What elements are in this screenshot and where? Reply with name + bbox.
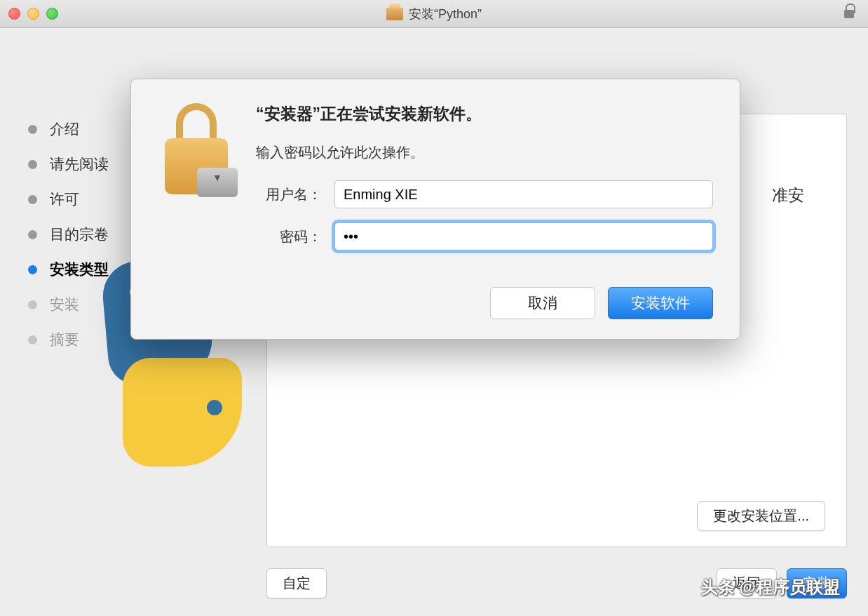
dialog-heading: “安装器”正在尝试安装新软件。 [256,103,713,125]
dialog-backdrop: “安装器”正在尝试安装新软件。 输入密码以允许此次操作。 用户名： 密码： 取消… [0,28,868,616]
window-title-text: 安装“Python” [409,6,482,22]
step-label: 安装类型 [50,260,109,279]
step-label: 目的宗卷 [50,225,109,244]
install-software-button[interactable]: 安装软件 [608,287,713,319]
step-label: 摘要 [50,330,79,349]
step-label: 许可 [50,189,79,209]
title-bar: 安装“Python” [0,0,868,28]
username-label: 用户名： [256,185,334,204]
close-window-button[interactable] [8,8,20,20]
step-label: 请先阅读 [50,154,109,174]
cancel-button[interactable]: 取消 [490,287,595,319]
username-input[interactable] [334,180,713,208]
window-title: 安装“Python” [386,6,482,22]
package-icon [386,8,403,20]
minimize-window-button[interactable] [27,8,39,20]
step-label: 安装 [50,295,79,314]
step-label: 介绍 [50,119,79,139]
auth-dialog: “安装器”正在尝试安装新软件。 输入密码以允许此次操作。 用户名： 密码： 取消… [130,79,740,340]
dialog-subtext: 输入密码以允许此次操作。 [256,143,713,162]
traffic-lights [8,8,58,20]
maximize-window-button[interactable] [46,8,58,20]
lock-icon[interactable] [840,5,858,23]
password-label: 密码： [256,227,334,246]
password-input[interactable] [334,222,713,250]
lock-installer-icon [158,103,235,194]
